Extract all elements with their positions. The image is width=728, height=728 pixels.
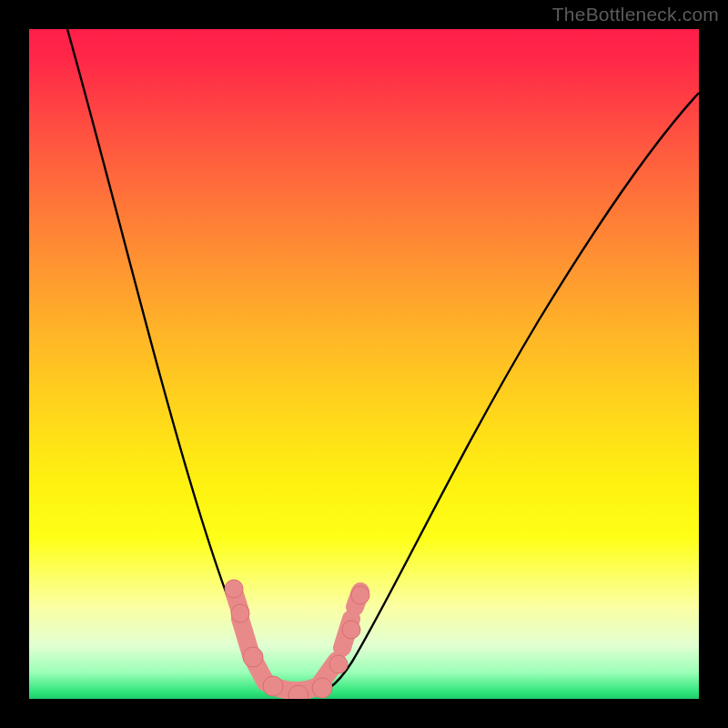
outer-frame: TheBottleneck.com <box>0 0 728 728</box>
svg-point-8 <box>351 586 369 604</box>
svg-point-2 <box>243 647 263 667</box>
svg-point-0 <box>225 580 243 598</box>
curve-layer <box>29 29 699 699</box>
svg-point-5 <box>312 678 332 698</box>
svg-point-7 <box>342 621 360 639</box>
plot-area <box>29 29 699 699</box>
svg-point-3 <box>263 676 283 696</box>
svg-point-1 <box>231 604 249 622</box>
bottleneck-curve <box>67 29 699 696</box>
svg-point-6 <box>329 655 348 673</box>
watermark-text: TheBottleneck.com <box>552 4 719 25</box>
